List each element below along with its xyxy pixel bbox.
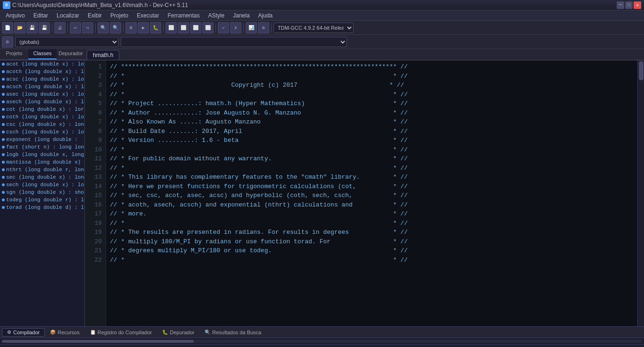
sidebar-item[interactable]: sgn (long double x) : sho — [0, 189, 84, 196]
toolbar-sep-2 — [67, 23, 68, 33]
code-line: // * Also Known As .....: Augusto Manzan… — [110, 117, 634, 127]
back-button[interactable]: ⚙ — [2, 36, 13, 48]
sidebar-item[interactable]: cot (long double x) : lor — [0, 106, 84, 113]
sidebar-item[interactable]: sec (long double x) : long — [0, 174, 84, 181]
undo-button[interactable]: ↩ — [70, 22, 81, 33]
code-line: // * * // — [110, 90, 634, 99]
chart-button[interactable]: 📊 — [246, 22, 257, 33]
compile-button[interactable]: ⚙ — [125, 22, 137, 33]
scrollbar-thumb[interactable] — [639, 61, 644, 80]
menu-editar[interactable]: Editar — [30, 11, 52, 20]
sidebar-item[interactable]: nthrt (long double r, long — [0, 166, 84, 174]
save-button[interactable]: 💾 — [26, 22, 38, 33]
search-button[interactable]: 🔍 — [98, 22, 109, 33]
menu-projeto[interactable]: Projeto — [107, 11, 132, 20]
menu-arquivo[interactable]: Arquivo — [2, 11, 29, 20]
code-line: // * more. * // — [110, 209, 634, 219]
sidebar-dot — [2, 70, 5, 73]
sidebar-item[interactable]: csc (long double x) : long — [0, 121, 84, 128]
redo-button[interactable]: ↪ — [82, 22, 93, 33]
code-line: // * sec, csc, acot, asec, acsc) and hyp… — [110, 191, 634, 200]
menu-localizar[interactable]: Localizar — [53, 11, 83, 20]
code-line: // * This library has complementary feat… — [110, 173, 634, 182]
sidebar-dot — [2, 78, 5, 81]
toolbar-sep-6 — [215, 23, 216, 33]
line-number: 17 — [89, 209, 102, 219]
search2-button[interactable]: 🔍 — [110, 22, 121, 33]
vertical-scrollbar[interactable] — [637, 60, 644, 326]
bottom-tab-recursos[interactable]: 📦 Recursos — [45, 328, 84, 337]
sidebar-dot — [2, 100, 5, 103]
window-controls: ─ □ ✕ — [617, 1, 641, 9]
code-line: // * Build Date .......: 2017, April * /… — [110, 127, 634, 136]
horizontal-scrollbar[interactable] — [0, 338, 644, 344]
menu-executar[interactable]: Executar — [133, 11, 163, 20]
close-button[interactable]: ✕ — [634, 1, 641, 9]
sidebar-item[interactable]: coth (long double x) : lor — [0, 113, 84, 121]
gear-button[interactable]: ⚙ — [258, 22, 269, 33]
maximize-button[interactable]: □ — [625, 1, 633, 9]
sidebar-dot — [2, 183, 5, 186]
sidebar-item[interactable]: acoth (long double x) : lo — [0, 68, 84, 75]
run-button[interactable]: ▶ — [138, 22, 149, 33]
sidebar-tab-depurador[interactable]: Depurador — [57, 49, 85, 59]
registro-icon: 📋 — [90, 330, 96, 335]
sidebar-item[interactable]: acsch (long double x) : lo — [0, 83, 84, 91]
sidebar-item[interactable]: asech (long double x) : lo — [0, 98, 84, 106]
globals-dropdown[interactable]: (globals) — [15, 37, 119, 47]
bottom-tab-depurador[interactable]: 🐛 Depurador — [157, 328, 199, 337]
code-line: // * * // — [110, 164, 634, 173]
sidebar-item[interactable]: torad (long double d) : lo — [0, 204, 84, 211]
save-all-button[interactable]: 💾 — [39, 22, 50, 33]
sidebar-item[interactable]: fact (short n) : long long — [0, 143, 84, 151]
indent-button[interactable]: ⬜ — [165, 22, 177, 33]
code-line: // *************************************… — [110, 62, 634, 72]
line-number: 21 — [89, 246, 102, 256]
format-button[interactable]: ⬜ — [202, 22, 214, 33]
hscrollbar-thumb[interactable] — [2, 340, 194, 343]
open-button[interactable]: 📂 — [14, 22, 25, 33]
new-button[interactable]: 📄 — [2, 22, 13, 33]
sidebar-item[interactable]: acsc (long double x) : lor — [0, 75, 84, 83]
bottom-tab-compilador[interactable]: ⚙ Compilador — [2, 328, 45, 337]
window-title: C:\Users\Augusto\Desktop\HMath_Beta_v1.6… — [12, 2, 188, 8]
minimize-button[interactable]: ─ — [617, 1, 624, 9]
sidebar-tab-projeto[interactable]: Projeto — [0, 49, 28, 59]
app-icon: D — [3, 1, 10, 9]
tab-hmath[interactable]: hmath.h — [87, 50, 119, 60]
function-dropdown[interactable] — [121, 37, 347, 47]
unindent-button[interactable]: ⬜ — [178, 22, 189, 33]
line-number: 15 — [89, 191, 102, 200]
toolbar-sep-4 — [123, 23, 124, 33]
stop-button[interactable]: ✗ — [230, 22, 241, 33]
sidebar-dot — [2, 198, 5, 201]
sidebar-tab-classes[interactable]: Classes — [28, 49, 57, 59]
debug-button[interactable]: 🐛 — [150, 22, 161, 33]
menu-ajuda[interactable]: Ajuda — [255, 11, 277, 20]
recursos-icon: 📦 — [50, 330, 56, 335]
sidebar-item[interactable]: sech (long double x) : lo — [0, 181, 84, 189]
depurador-icon: 🐛 — [162, 330, 168, 335]
sidebar-item[interactable]: exponent (long double : — [0, 136, 84, 143]
sidebar-item[interactable]: csch (long double x) : lor — [0, 128, 84, 136]
compiler-dropdown[interactable]: TDM-GCC 4.9.2 64-bit Release — [273, 23, 354, 33]
code-line: // * multiply 180/M_PI by radians or use… — [110, 237, 634, 247]
sidebar-item[interactable]: mantissa (long double x) — [0, 158, 84, 166]
sidebar-item[interactable]: logb (long double x, long — [0, 151, 84, 158]
check-button[interactable]: ✓ — [218, 22, 229, 33]
sidebar-item[interactable]: todeg (long double r) : lo — [0, 196, 84, 204]
line-number: 6 — [89, 108, 102, 118]
sidebar-item[interactable]: acot (long double x) : lor — [0, 60, 84, 68]
bottom-tab-registro[interactable]: 📋 Registro do Compilador — [85, 328, 157, 337]
menu-ferramentas[interactable]: Ferramentas — [164, 11, 203, 20]
menu-janela[interactable]: Janela — [229, 11, 253, 20]
sidebar-dot — [2, 93, 5, 96]
toggle-button[interactable]: ⬜ — [190, 22, 201, 33]
bottom-tab-busca[interactable]: 🔍 Resultados da Busca — [199, 328, 266, 337]
line-number: 14 — [89, 182, 102, 191]
code-content[interactable]: // *************************************… — [106, 60, 637, 326]
print-button[interactable]: 🖨 — [54, 22, 66, 33]
menu-exibir[interactable]: Exibir — [84, 11, 106, 20]
sidebar-item[interactable]: asec (long double x) : lor — [0, 91, 84, 98]
menu-astyle[interactable]: AStyle — [205, 11, 229, 20]
